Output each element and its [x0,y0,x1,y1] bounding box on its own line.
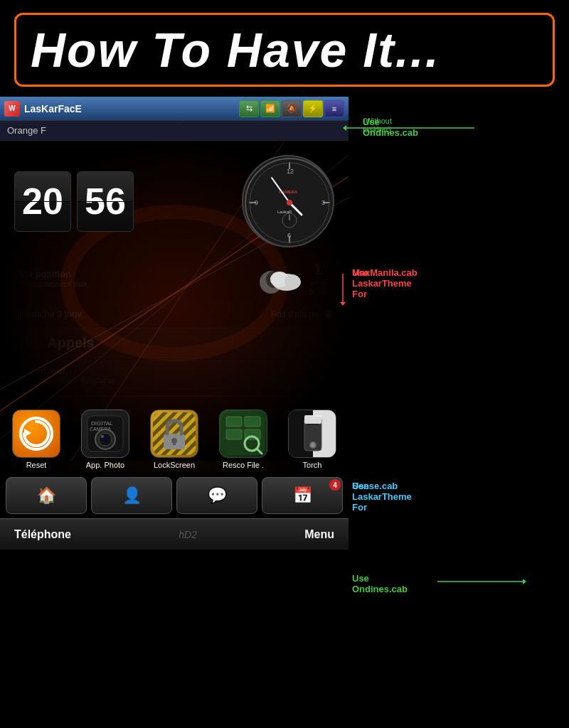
contacts-icon: 👤 [122,486,142,505]
taskbar-title: LasKarFacE [24,103,238,114]
annotation-sense-sub: Sense.cab [352,481,398,491]
weather-high-low: H: 4° B: -3° [309,279,329,296]
calls-label: Appels [47,335,95,351]
carrier-text: Orange F [7,125,46,136]
date-text: dimanche 3 janv. [14,309,83,319]
bottom-taskbar: Téléphone hD2 Menu [0,518,349,550]
calendar-icon: 📅 [293,486,312,505]
taskbar-icon-sound[interactable]: 🔕 [282,100,302,117]
bt-menu-button[interactable]: Menu [304,528,334,541]
taskbar-icon-battery[interactable]: ⚡ [303,100,323,117]
ql-camera-label: App. Photo [86,461,124,469]
annotation-sense-title: Use LaskarTheme For [352,481,412,513]
weather-temps: 1° H: 4° B: -3° [309,260,329,296]
taskbar-icon-signal[interactable]: ⇆ [239,100,259,117]
ql-resco[interactable]: Resco File . [213,410,274,469]
svg-text:9: 9 [255,199,258,206]
journal-subtitle: Ste Geneviève – Épiphanie [21,376,328,385]
taskbar-logo: W [4,101,20,117]
svg-text:DIGITAL: DIGITAL [91,420,113,427]
bt-phone-button[interactable]: Téléphone [14,528,71,541]
weather-text: Ma position Principalement nua [20,269,251,288]
ql-lockscreen[interactable]: LockScreen [144,410,205,469]
nav-messages[interactable]: 💬 [176,477,257,514]
svg-text:3: 3 [321,199,325,206]
svg-rect-54 [304,415,321,424]
bottom-nav: 🏠 👤 💬 📅 4 [0,473,349,518]
weather-temperature: 1° [309,260,329,279]
ql-reset-icon[interactable] [12,410,60,458]
analog-clock: 12 3 6 9 CAMERA LaskaR [242,155,334,247]
alarm-icon: ⏰ [324,309,334,319]
annotations-panel: Use Ondines.cab (Without taskbar) Use La… [349,97,569,651]
svg-point-56 [311,443,315,447]
quick-launch: Reset DIGITAL CAMERA [0,402,349,473]
nav-contacts[interactable]: 👤 [91,477,172,514]
journal-section[interactable]: Journ. ent. Ste Geneviève – Épiphanie [13,360,336,390]
clock-minute: 56 [77,171,134,232]
clock-svg: 12 3 6 9 CAMERA LaskaR [243,156,334,247]
calls-phone-icon: 📞 [22,334,40,351]
weather-description: Principalement nua [20,279,251,288]
annotation-ondines-bottom-text: Use Ondines.cab [352,573,408,594]
weather-cloud-icon [257,262,303,294]
weather-location: Ma position [20,269,251,279]
clock-section: 20 56 [7,148,341,252]
svg-rect-45 [245,417,260,427]
ql-resco-label: Resco File . [223,461,264,469]
annotation-laskar-title: Use LaskarTheme For [352,267,412,299]
nd2-logo: hD2 [179,529,197,540]
ql-resco-icon[interactable] [219,410,267,458]
svg-text:6: 6 [287,232,291,239]
svg-rect-44 [226,417,242,427]
svg-text:12: 12 [287,168,294,175]
header-box: How To Have It... [14,13,555,87]
ql-torch[interactable]: Torch [282,410,343,469]
weather-section: Ma position Principalement nua [13,255,336,301]
svg-point-27 [284,274,300,287]
ql-torch-icon[interactable] [288,410,336,458]
widget-area: 20 56 [6,146,343,397]
ql-torch-label: Torch [303,461,322,469]
calendar-badge: 4 [329,479,341,491]
taskbar-icon-bars[interactable]: 📶 [260,100,280,117]
ql-reset[interactable]: Reset [6,410,67,469]
svg-marker-29 [24,429,31,437]
nav-home[interactable]: 🏠 [6,477,87,514]
svg-rect-42 [173,441,176,445]
ql-reset-label: Reset [26,461,47,469]
annotation-ondines-title: Use Ondines.cab [363,117,418,138]
home-icon: 🏠 [37,486,56,505]
alarm-text: Pas d'alarme ⏰ [271,309,334,319]
cloud-svg [257,262,303,294]
svg-point-20 [287,200,292,205]
journal-title: Journ. ent. [21,365,328,376]
ql-lock-icon[interactable] [150,410,198,458]
clock-hour: 20 [14,171,71,232]
nav-calendar[interactable]: 📅 4 [262,477,343,514]
ql-lock-label: LockScreen [154,461,195,469]
taskbar-icon-menu[interactable]: ≡ [324,100,344,117]
phone-ui: W LasKarFacE ⇆ 📶 🔕 ⚡ ≡ Orange F [0,97,349,550]
annotation-laskar-sub: MaxManila.cab [352,267,418,278]
calls-section[interactable]: 📞 Appels [13,328,336,358]
annotation-ondines-sub: (Without taskbar) [363,117,392,134]
ql-camera-icon[interactable]: DIGITAL CAMERA [81,410,129,458]
svg-rect-46 [226,429,242,439]
main-screen: 20 56 [0,141,349,550]
taskbar: W LasKarFacE ⇆ 📶 🔕 ⚡ ≡ [0,97,349,121]
ql-camera[interactable]: DIGITAL CAMERA App. Photo [75,410,136,469]
header-section: How To Have It... [0,0,569,97]
svg-marker-62 [523,579,526,584]
messages-icon: 💬 [208,486,227,505]
status-bar: Orange F [0,121,349,141]
header-title: How To Have It... [31,22,538,77]
date-section: dimanche 3 janv. Pas d'alarme ⏰ [7,304,341,325]
svg-point-36 [101,435,104,438]
